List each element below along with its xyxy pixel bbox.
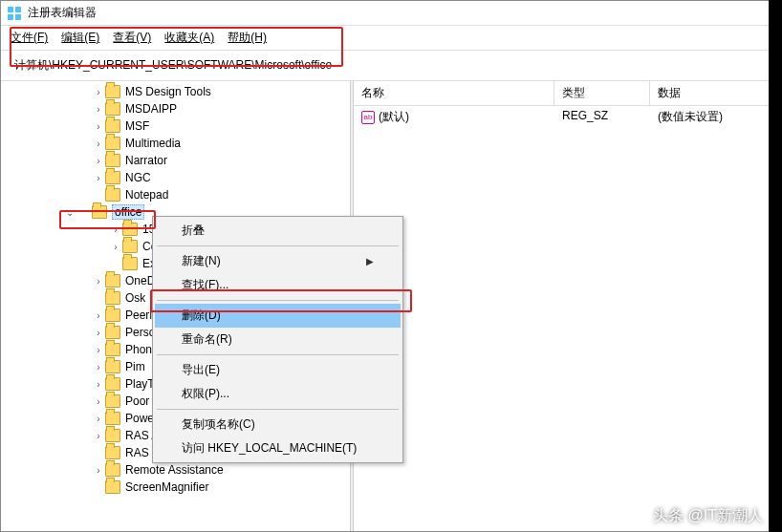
tree-item-label: Narrator <box>125 154 167 167</box>
string-value-icon: ab <box>361 111 375 124</box>
svg-rect-0 <box>8 7 13 12</box>
value-name: (默认) <box>379 109 409 125</box>
expander-icon[interactable]: › <box>92 414 105 424</box>
menubar: 文件(F) 编辑(E) 查看(V) 收藏夹(A) 帮助(H) <box>1 26 781 51</box>
tree-item-label: office <box>112 204 144 220</box>
tree-item-label: Phon <box>125 343 152 356</box>
menu-edit[interactable]: 编辑(E) <box>61 30 99 46</box>
tree-item-msdaipp[interactable]: ›MSDAIPP <box>1 100 350 117</box>
tree-item-label: Multimedia <box>125 137 181 150</box>
expander-icon[interactable]: › <box>92 87 105 97</box>
menu-permissions[interactable]: 权限(P)... <box>155 382 401 406</box>
menu-help[interactable]: 帮助(H) <box>228 30 267 46</box>
watermark: 头条 @IT新潮人 <box>653 506 763 526</box>
list-header: 名称 类型 数据 <box>354 81 781 106</box>
tree-item-remote-assistance[interactable]: ›Remote Assistance <box>1 461 350 479</box>
expander-icon[interactable]: › <box>92 310 105 321</box>
expander-icon[interactable]: › <box>92 138 105 149</box>
address-path[interactable]: 计算机\HKEY_CURRENT_USER\SOFTWARE\Microsoft… <box>9 54 773 76</box>
folder-icon <box>105 309 120 322</box>
menu-collapse[interactable]: 折叠 <box>155 219 401 243</box>
expander-icon[interactable]: › <box>92 104 105 115</box>
svg-rect-1 <box>15 7 21 12</box>
expander-icon[interactable]: › <box>92 345 105 355</box>
addressbar: 计算机\HKEY_CURRENT_USER\SOFTWARE\Microsoft… <box>1 51 781 81</box>
folder-icon <box>105 463 120 477</box>
tree-item-screenmagnifier[interactable]: ScreenMagnifier <box>1 479 350 496</box>
menu-favorites[interactable]: 收藏夹(A) <box>164 30 214 46</box>
expander-icon[interactable]: › <box>92 379 105 390</box>
folder-icon <box>105 412 120 425</box>
folder-icon <box>105 326 120 339</box>
tree-item-ms-design-tools[interactable]: ›MS Design Tools <box>1 83 350 100</box>
menu-view[interactable]: 查看(V) <box>113 30 151 46</box>
expander-icon[interactable]: › <box>92 362 105 372</box>
folder-icon <box>92 205 107 219</box>
tree-item-label: Perso <box>125 326 155 339</box>
menu-file[interactable]: 文件(F) <box>11 30 48 46</box>
folder-icon <box>105 188 120 202</box>
expander-icon[interactable]: › <box>92 156 105 166</box>
column-header-type[interactable]: 类型 <box>554 81 650 105</box>
tree-item-multimedia[interactable]: ›Multimedia <box>1 135 350 152</box>
expander-icon[interactable]: › <box>92 431 105 441</box>
menu-find[interactable]: 查找(F)... <box>155 273 401 297</box>
expander-icon[interactable]: › <box>92 465 105 476</box>
folder-icon <box>105 102 120 116</box>
expander-icon[interactable]: › <box>109 242 122 252</box>
folder-icon <box>105 377 120 391</box>
tree-item-label: Pim <box>125 360 145 373</box>
menu-delete[interactable]: 删除(D) <box>155 304 401 328</box>
expander-icon[interactable]: › <box>92 276 105 287</box>
folder-icon <box>105 394 120 408</box>
folder-icon <box>105 360 120 373</box>
folder-icon <box>105 274 120 287</box>
list-pane: 名称 类型 数据 ab (默认) REG_SZ (数值未设置) <box>354 81 781 531</box>
folder-icon <box>105 446 120 459</box>
tree-item-notepad[interactable]: Notepad <box>1 186 350 203</box>
expander-icon[interactable]: › <box>92 328 105 338</box>
tree-item-label: Poor <box>125 394 149 408</box>
value-type: REG_SZ <box>562 109 658 125</box>
tree-item-label: NGC <box>125 171 151 184</box>
app-icon <box>7 6 22 21</box>
folder-icon <box>105 154 120 167</box>
folder-icon <box>105 480 120 494</box>
tree-item-label: Remote Assistance <box>125 463 224 477</box>
menu-new[interactable]: 新建(N)▶ <box>155 249 401 273</box>
column-header-data[interactable]: 数据 <box>650 81 781 105</box>
expander-icon[interactable]: › <box>109 224 122 235</box>
tree-item-label: MS Design Tools <box>125 85 211 98</box>
menu-goto-hklm[interactable]: 访问 HKEY_LOCAL_MACHINE(T) <box>155 436 401 460</box>
value-data: (数值未设置) <box>658 109 773 125</box>
tree-item-label: Notepad <box>125 188 168 202</box>
menu-export[interactable]: 导出(E) <box>155 358 401 382</box>
tree-item-label: PlayT <box>125 377 155 391</box>
column-header-name[interactable]: 名称 <box>354 81 554 105</box>
tree-item-label: ScreenMagnifier <box>125 480 208 494</box>
expander-icon[interactable]: ⌄ <box>63 207 76 218</box>
expander-icon[interactable]: › <box>92 396 105 407</box>
folder-icon <box>122 223 138 236</box>
right-edge <box>769 0 782 532</box>
folder-icon <box>105 429 120 442</box>
tree-item-ngc[interactable]: ›NGC <box>1 169 350 186</box>
folder-icon <box>105 119 120 133</box>
tree-item-label: MSF <box>125 119 149 133</box>
folder-icon <box>105 343 120 356</box>
menu-copy-key-name[interactable]: 复制项名称(C) <box>155 413 401 436</box>
folder-icon <box>105 171 120 184</box>
window-title: 注册表编辑器 <box>28 5 97 21</box>
context-menu: 折叠 新建(N)▶ 查找(F)... 删除(D) 重命名(R) 导出(E) 权限… <box>152 216 403 463</box>
submenu-arrow-icon: ▶ <box>366 256 374 266</box>
expander-icon[interactable]: › <box>92 121 105 132</box>
value-row[interactable]: ab (默认) REG_SZ (数值未设置) <box>354 106 781 128</box>
tree-item-label: Osk <box>125 291 145 305</box>
folder-icon <box>105 85 120 98</box>
tree-item-msf[interactable]: ›MSF <box>1 117 350 135</box>
tree-item-narrator[interactable]: ›Narrator <box>1 152 350 169</box>
expander-icon[interactable]: › <box>92 173 105 183</box>
menu-rename[interactable]: 重命名(R) <box>155 328 401 351</box>
titlebar: 注册表编辑器 <box>1 1 781 26</box>
tree-item-label: MSDAIPP <box>125 102 177 116</box>
